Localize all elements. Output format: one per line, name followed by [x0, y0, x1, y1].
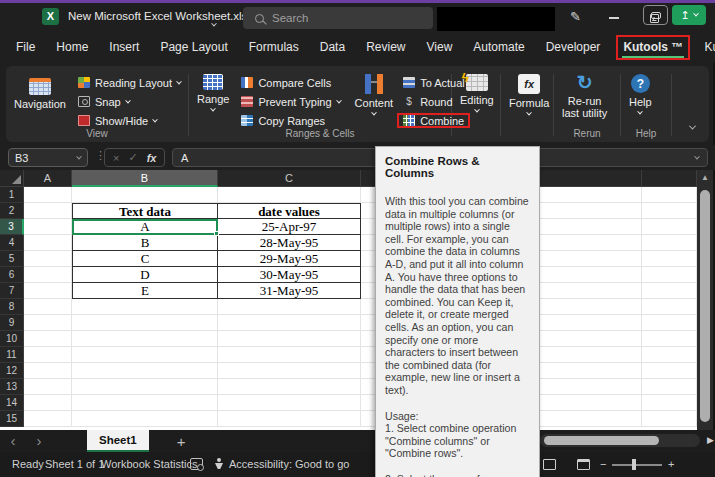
range-button[interactable]: Range: [189, 72, 237, 114]
ribbon-tab[interactable]: View: [427, 40, 453, 54]
ribbon-tab[interactable]: Data: [320, 40, 345, 54]
zoom-slider-track[interactable]: [612, 464, 662, 466]
cell-B8[interactable]: [72, 299, 218, 315]
inking-icon[interactable]: ✎: [570, 9, 581, 24]
row-header-1[interactable]: 1: [0, 187, 24, 203]
column-header-A[interactable]: A: [24, 170, 72, 187]
minimize-button[interactable]: [597, 5, 631, 31]
cell-C3[interactable]: 25-Apr-97: [218, 219, 361, 235]
cell-B3[interactable]: A: [72, 219, 218, 235]
cell-col46[interactable]: [642, 267, 697, 283]
row-header-6[interactable]: 6: [0, 267, 24, 283]
ribbon-tab[interactable]: Kutools Plus: [704, 40, 715, 54]
formula-button[interactable]: fx Formula: [501, 72, 557, 118]
horizontal-scrollbar-thumb[interactable]: [544, 436, 659, 445]
cell-A10[interactable]: [24, 331, 72, 347]
sheet-tab-sheet1[interactable]: Sheet1: [87, 430, 149, 452]
cell-C8[interactable]: [218, 299, 361, 315]
cell-col41[interactable]: [642, 187, 697, 203]
horizontal-scrollbar[interactable]: ▶: [540, 434, 700, 447]
ribbon-tab[interactable]: Formulas: [249, 40, 299, 54]
content-button[interactable]: Content: [347, 72, 402, 118]
help-button[interactable]: ? Help: [621, 72, 660, 117]
cell-C14[interactable]: [218, 395, 361, 411]
row-header-11[interactable]: 11: [0, 347, 24, 363]
row-header-9[interactable]: 9: [0, 315, 24, 331]
row-header-3[interactable]: 3: [0, 219, 24, 235]
page-layout-view-button[interactable]: [577, 459, 590, 470]
cell-A11[interactable]: [24, 347, 72, 363]
cell-B12[interactable]: [72, 363, 218, 379]
accessibility-status[interactable]: Accessibility: Good to go: [229, 458, 349, 470]
cell-C1[interactable]: [218, 187, 361, 203]
cell-B11[interactable]: [72, 347, 218, 363]
row-header-2[interactable]: 2: [0, 203, 24, 219]
cell-A4[interactable]: [24, 235, 72, 251]
comments-button[interactable]: [643, 5, 668, 25]
cell-col413[interactable]: [642, 379, 697, 395]
column-header-hidden-4[interactable]: [642, 170, 697, 187]
cell-col44[interactable]: [642, 235, 697, 251]
cell-col49[interactable]: [642, 315, 697, 331]
insert-function-icon[interactable]: fx: [147, 152, 157, 164]
zoom-in-button[interactable]: +: [668, 458, 674, 470]
zoom-slider-thumb[interactable]: [632, 459, 636, 470]
ribbon-tab[interactable]: Review: [366, 40, 405, 54]
ribbon-tab[interactable]: Page Layout: [160, 40, 227, 54]
cell-A3[interactable]: [24, 219, 72, 235]
cell-A12[interactable]: [24, 363, 72, 379]
sheet-nav-right-icon[interactable]: ›: [26, 431, 52, 451]
snap-button[interactable]: Snap: [78, 94, 181, 109]
copy-ranges-button[interactable]: Copy Ranges: [241, 113, 340, 128]
scroll-right-icon[interactable]: ▶: [707, 434, 714, 447]
cell-col45[interactable]: [642, 251, 697, 267]
cell-A13[interactable]: [24, 379, 72, 395]
cell-B10[interactable]: [72, 331, 218, 347]
cell-C5[interactable]: 29-May-95: [218, 251, 361, 267]
row-header-4[interactable]: 4: [0, 235, 24, 251]
zoom-out-button[interactable]: −: [600, 458, 606, 470]
cell-B7[interactable]: E: [72, 283, 218, 299]
show-hide-button[interactable]: Show/Hide: [78, 113, 181, 128]
sheet-nav-left-icon[interactable]: ‹: [0, 431, 26, 451]
fill-handle[interactable]: [214, 231, 219, 236]
cell-col48[interactable]: [642, 299, 697, 315]
cell-B14[interactable]: [72, 395, 218, 411]
row-header-13[interactable]: 13: [0, 379, 24, 395]
cell-A6[interactable]: [24, 267, 72, 283]
cell-A1[interactable]: [24, 187, 72, 203]
cell-B4[interactable]: B: [72, 235, 218, 251]
title-chevron-icon[interactable]: [212, 13, 216, 31]
macro-record-icon[interactable]: [190, 458, 203, 470]
cell-B5[interactable]: C: [72, 251, 218, 267]
cell-A9[interactable]: [24, 315, 72, 331]
prevent-typing-button[interactable]: Prevent Typing: [241, 94, 340, 109]
cell-C2[interactable]: date values: [218, 203, 361, 219]
row-header-8[interactable]: 8: [0, 299, 24, 315]
cell-C7[interactable]: 31-May-95: [218, 283, 361, 299]
cell-col414[interactable]: [642, 395, 697, 411]
enter-entry-icon[interactable]: ✓: [128, 151, 137, 164]
cell-C9[interactable]: [218, 315, 361, 331]
row-header-12[interactable]: 12: [0, 363, 24, 379]
cell-A8[interactable]: [24, 299, 72, 315]
add-sheet-button[interactable]: +: [177, 433, 186, 450]
ribbon-tab[interactable]: Developer: [546, 40, 601, 54]
cell-A5[interactable]: [24, 251, 72, 267]
cell-C13[interactable]: [218, 379, 361, 395]
cell-col415[interactable]: [642, 411, 697, 427]
cell-B2[interactable]: Text data: [72, 203, 218, 219]
normal-view-button[interactable]: [543, 459, 556, 470]
cell-A2[interactable]: [24, 203, 72, 219]
row-header-15[interactable]: 15: [0, 411, 24, 427]
workbook-statistics-button[interactable]: Workbook Statistics: [101, 458, 197, 470]
cell-C4[interactable]: 28-May-95: [218, 235, 361, 251]
rerun-last-utility-button[interactable]: ↻ Re-run last utility: [554, 72, 615, 121]
cell-B6[interactable]: D: [72, 267, 218, 283]
cell-C15[interactable]: [218, 411, 361, 427]
vertical-scrollbar[interactable]: ▲: [697, 170, 713, 430]
cell-C10[interactable]: [218, 331, 361, 347]
vertical-scrollbar-thumb[interactable]: [700, 190, 710, 422]
row-header-5[interactable]: 5: [0, 251, 24, 267]
cell-C12[interactable]: [218, 363, 361, 379]
